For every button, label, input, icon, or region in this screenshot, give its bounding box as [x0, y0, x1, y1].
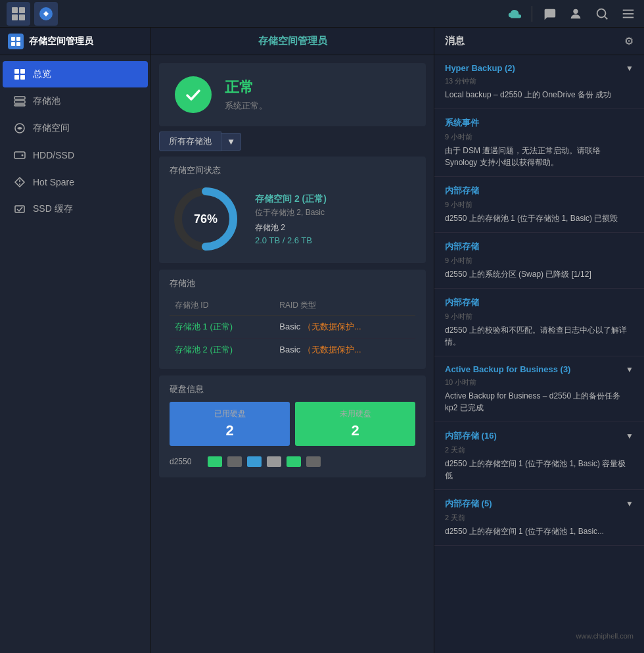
internal1-text: d2550 上的存储池 1 (位于存储池 1, Basic) 已损毁: [445, 212, 633, 224]
sidebar-title: 存储空间管理员: [29, 36, 93, 47]
disk-slot-5: [287, 456, 301, 467]
svg-rect-9: [623, 13, 634, 14]
right-panel-title: 消息: [445, 35, 465, 47]
activebackup-header[interactable]: Active Backup for Business (3) ▼: [445, 364, 633, 374]
sidebar-item-ssdcache[interactable]: SSD 缓存: [3, 196, 148, 222]
hdd-label: HDD/SSD: [33, 150, 74, 160]
unused-disk-count: 2: [303, 422, 407, 439]
content-area: 存储空间管理员 正常 系统正常。 所有存储池 ▼ 存储空间状态: [151, 28, 434, 653]
internal5-header[interactable]: 内部存储 (5) ▼: [445, 498, 633, 510]
pool-table: 存储池 ID RAID 类型 存储池 1 (正常) Basic （无数据保护..…: [170, 296, 415, 361]
storage-app-button[interactable]: [34, 2, 58, 26]
disk-info-title: 硬盘信息: [170, 383, 415, 395]
status-card: 正常 系统正常。: [159, 63, 426, 126]
pool-icon: [13, 95, 26, 108]
activebackup-chevron: ▼: [626, 365, 633, 374]
internal2-text: d2550 上的系统分区 (Swap) 已降级 [1/12]: [445, 268, 633, 280]
table-row[interactable]: 存储池 2 (正常) Basic （无数据保护...: [170, 339, 415, 362]
internal1-time: 9 小时前: [445, 200, 633, 210]
overview-label: 总览: [33, 68, 51, 80]
unused-disk-bar: 未用硬盘 2: [295, 402, 415, 446]
space-label: 存储空间: [33, 122, 70, 134]
svg-rect-3: [19, 14, 25, 20]
internal5-chevron: ▼: [626, 499, 633, 508]
storage-location: 位于存储池 2, Basic: [255, 207, 415, 218]
sysevent-text: 由于 DSM 遭遇问题，无法正常启动。请联络 Synology 支持小组以获得帮…: [445, 145, 633, 168]
disk-bars: 已用硬盘 2 未用硬盘 2: [170, 402, 415, 446]
internal16-header[interactable]: 内部存储 (16) ▼: [445, 430, 633, 442]
unused-disk-label: 未用硬盘: [303, 408, 407, 420]
disk-info-section: 硬盘信息 已用硬盘 2 未用硬盘 2 d2550: [159, 375, 426, 477]
svg-point-6: [597, 9, 606, 17]
svg-rect-27: [15, 206, 24, 212]
activebackup-title: Active Backup for Business (3): [445, 364, 570, 374]
svg-point-5: [573, 9, 578, 13]
sidebar-item-overview[interactable]: 总览: [3, 61, 148, 87]
svg-rect-20: [14, 101, 25, 103]
sidebar-item-hotspare[interactable]: Hot Spare: [3, 169, 148, 195]
internal3-text: d2550 上的校验和不匹配。请检查日志中心以了解详情。: [445, 324, 633, 348]
internal3-title: 内部存储: [445, 297, 479, 308]
sidebar-nav: 总览 存储池 存储空间: [0, 55, 150, 653]
message-group-internal16: 内部存储 (16) ▼ 2 天前 d2550 上的存储空间 1 (位于存储池 1…: [434, 422, 644, 490]
internal2-title: 内部存储: [445, 241, 479, 253]
search-icon[interactable]: [593, 5, 611, 23]
taskbar-right-icons: [505, 5, 637, 23]
right-panel-header: 消息 ⚙: [434, 28, 644, 55]
gear-button[interactable]: ⚙: [624, 35, 633, 47]
cloud-icon[interactable]: [505, 5, 524, 23]
sysevent-header[interactable]: 系统事件: [445, 117, 633, 129]
divider: [532, 6, 532, 22]
chat-icon[interactable]: [540, 5, 559, 23]
sidebar-logo: [8, 34, 24, 49]
apps-button[interactable]: [7, 2, 30, 26]
hyperbackup-title: Hyper Backup (2): [445, 63, 515, 73]
menu-icon[interactable]: [619, 5, 637, 23]
message-group-internal3: 内部存储 9 小时前 d2550 上的校验和不匹配。请检查日志中心以了解详情。: [434, 289, 644, 356]
svg-rect-23: [14, 152, 25, 158]
disk-slot-1: [208, 456, 222, 467]
disk-slot-3: [247, 456, 262, 467]
pool-row2-raid: Basic （无数据保护...: [274, 339, 415, 362]
device-label: d2550: [170, 457, 202, 466]
overview-icon: [13, 68, 26, 81]
table-row[interactable]: 存储池 1 (正常) Basic （无数据保护...: [170, 316, 415, 339]
storage-size: 2.0 TB / 2.6 TB: [255, 235, 415, 245]
sidebar-item-hdd[interactable]: HDD/SSD: [3, 142, 148, 168]
svg-rect-15: [14, 69, 19, 74]
internal3-header[interactable]: 内部存储: [445, 297, 633, 308]
activebackup-text: Active Backup for Business – d2550 上的备份任…: [445, 390, 633, 414]
user-icon[interactable]: [566, 5, 585, 23]
message-group-internal2: 内部存储 9 小时前 d2550 上的系统分区 (Swap) 已降级 [1/12…: [434, 233, 644, 289]
status-title: 正常: [225, 78, 267, 97]
internal16-title: 内部存储 (16): [445, 430, 497, 442]
donut-percent: 76%: [194, 212, 218, 226]
storage-pool: 存储池 2: [255, 222, 415, 233]
disk-slot-2: [227, 456, 242, 467]
message-group-hyperbackup-header[interactable]: Hyper Backup (2) ▼: [445, 63, 633, 73]
content-header: 存储空间管理员: [151, 28, 434, 55]
pool-select-button[interactable]: 所有存储池: [159, 132, 221, 151]
svg-rect-17: [14, 75, 19, 80]
svg-rect-21: [14, 105, 25, 106]
svg-rect-12: [16, 37, 20, 41]
message-group-hyperbackup: Hyper Backup (2) ▼ 13 分钟前 Local backup –…: [434, 55, 644, 109]
internal2-time: 9 小时前: [445, 256, 633, 266]
svg-rect-14: [16, 42, 20, 46]
sidebar-header: 存储空间管理员: [0, 28, 150, 55]
hotspare-icon: [13, 176, 26, 189]
hyperbackup-chevron: ▼: [626, 64, 633, 73]
internal1-header[interactable]: 内部存储: [445, 185, 633, 197]
svg-rect-16: [20, 69, 25, 74]
sidebar-item-pool[interactable]: 存储池: [3, 88, 148, 114]
pool-dropdown-button[interactable]: ▼: [221, 133, 241, 151]
hyperbackup-text: Local backup – d2550 上的 OneDrive 备份 成功: [445, 89, 633, 101]
pool-label: 存储池: [33, 95, 60, 107]
svg-rect-0: [12, 7, 18, 13]
sidebar-item-space[interactable]: 存储空间: [3, 115, 148, 141]
internal2-header[interactable]: 内部存储: [445, 241, 633, 253]
sidebar: 存储空间管理员 总览: [0, 28, 151, 653]
svg-point-26: [19, 183, 20, 185]
taskbar: [0, 0, 644, 28]
storage-status-content: 76% 存储空间 2 (正常) 位于存储池 2, Basic 存储池 2 2.0…: [170, 183, 415, 255]
